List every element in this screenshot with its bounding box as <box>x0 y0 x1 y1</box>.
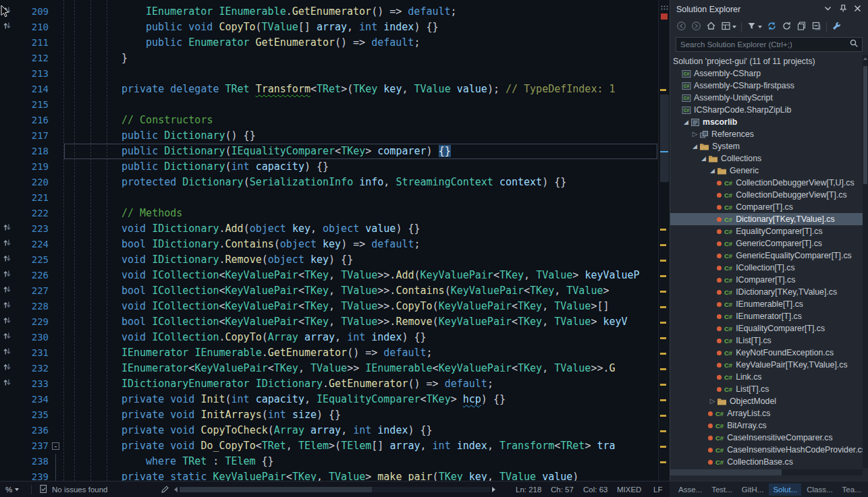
document-health-indicator[interactable]: No issues found <box>39 481 107 497</box>
fold-margin[interactable] <box>49 268 65 283</box>
code-text[interactable]: // Methods <box>65 206 658 221</box>
status-character[interactable]: Ch: 57 <box>551 481 574 497</box>
tree-item-assembly-csharp[interactable]: C#Assembly-CSharp <box>670 67 863 80</box>
gutter-icon-cell[interactable] <box>0 175 18 190</box>
line-number[interactable]: 224 <box>18 237 49 252</box>
code-line[interactable]: 215 <box>0 97 658 113</box>
tree-item-ienumerable-t-cs[interactable]: C#IEnumerable[T].cs <box>670 298 863 310</box>
fold-margin[interactable] <box>49 113 65 128</box>
fold-margin[interactable] <box>49 144 65 159</box>
gutter-icon-cell[interactable] <box>0 330 18 345</box>
fold-margin[interactable] <box>49 314 65 330</box>
code-line[interactable]: 233IDictionaryEnumerator IDictionary.Get… <box>0 376 658 392</box>
pen-button[interactable] <box>161 481 169 497</box>
collapse-arrow-icon[interactable]: ◢ <box>708 165 717 177</box>
tree-item-equalitycomparer-t-cs[interactable]: C#EqualityComparer[T].cs <box>670 225 863 237</box>
gutter-icon-cell[interactable] <box>0 283 18 299</box>
line-number[interactable]: 233 <box>18 376 49 392</box>
fold-margin[interactable] <box>49 376 65 392</box>
line-number[interactable]: 221 <box>18 190 49 206</box>
code-text[interactable]: void ICollection.CopyTo(Array array, int… <box>65 330 658 345</box>
code-text[interactable]: void ICollection<KeyValuePair<TKey, TVal… <box>65 299 658 314</box>
gutter-icon-cell[interactable] <box>0 159 18 175</box>
implements-icon[interactable] <box>3 268 11 283</box>
scroll-right-icon[interactable] <box>492 487 495 492</box>
gutter-icon-cell[interactable] <box>0 190 18 206</box>
gutter-icon-cell[interactable] <box>0 237 18 252</box>
fold-margin[interactable]: - <box>49 438 65 454</box>
gutter-icon-cell[interactable] <box>0 51 18 66</box>
line-number[interactable]: 215 <box>18 97 49 113</box>
line-number[interactable]: 220 <box>18 175 49 190</box>
fold-margin[interactable] <box>49 4 65 20</box>
line-number[interactable]: 226 <box>18 268 49 283</box>
tree-item-mscorlib[interactable]: ◢mscorlib <box>670 116 863 128</box>
line-number[interactable]: 213 <box>18 66 49 82</box>
expand-arrow-icon[interactable]: ▷ <box>708 395 717 407</box>
fold-margin[interactable] <box>49 20 65 35</box>
line-number[interactable]: 230 <box>18 330 49 345</box>
panel-tab-tea[interactable]: Tea... <box>838 484 865 496</box>
tree-item-assembly-unityscript[interactable]: C#Assembly-UnityScript <box>670 92 863 104</box>
collapse-arrow-icon[interactable]: ◢ <box>690 140 699 152</box>
code-text[interactable]: IEnumerator<KeyValuePair<TKey, TValue>> … <box>65 361 658 376</box>
code-line[interactable]: 228void ICollection<KeyValuePair<TKey, T… <box>0 299 658 314</box>
panel-tab-gith[interactable]: GitH... <box>738 484 768 496</box>
collapse-arrow-icon[interactable]: ◢ <box>682 116 690 128</box>
code-line[interactable]: 211public Enumerator GetEnumerator() => … <box>0 35 658 51</box>
code-text[interactable]: public void CopyTo(TValue[] array, int i… <box>65 20 658 35</box>
line-number[interactable]: 227 <box>18 283 49 299</box>
code-text[interactable] <box>65 190 658 206</box>
code-line[interactable]: 237-private void Do_CopyTo<TRet, TElem>(… <box>0 438 658 454</box>
gutter-icon-cell[interactable] <box>0 268 18 283</box>
tree-scrollbar-thumb[interactable] <box>863 66 867 184</box>
line-number[interactable]: 232 <box>18 361 49 376</box>
line-number[interactable]: 216 <box>18 113 49 128</box>
line-number[interactable]: 209 <box>18 4 49 20</box>
tree-item-iequalitycomparer-t-cs[interactable]: C#IEqualityComparer[T].cs <box>670 322 863 334</box>
tree-item-ilist-t-cs[interactable]: C#IList[T].cs <box>670 334 863 347</box>
tree-item-list-t-cs[interactable]: C#List[T].cs <box>670 383 863 395</box>
code-line[interactable]: 214private delegate TRet Transform<TRet>… <box>0 82 658 97</box>
line-number[interactable]: 239 <box>18 469 49 481</box>
line-number[interactable]: 237 <box>18 438 49 454</box>
fold-margin[interactable] <box>49 392 65 407</box>
code-line[interactable]: 227bool ICollection<KeyValuePair<TKey, T… <box>0 283 658 299</box>
fold-margin[interactable] <box>49 51 65 66</box>
code-text[interactable]: public Dictionary(IEqualityComparer<TKey… <box>65 144 658 159</box>
line-number[interactable]: 211 <box>18 35 49 51</box>
gutter-icon-cell[interactable] <box>0 314 18 330</box>
code-text[interactable] <box>65 66 658 82</box>
code-text[interactable]: IEnumerator IEnumerable.GetEnumerator() … <box>65 345 658 361</box>
implements-icon[interactable] <box>3 361 11 376</box>
gutter-icon-cell[interactable] <box>0 407 18 423</box>
scrollbar-thumb[interactable] <box>660 94 669 182</box>
fold-margin[interactable] <box>49 175 65 190</box>
gutter-icon-cell[interactable] <box>0 144 18 159</box>
implements-icon[interactable] <box>3 237 11 252</box>
tree-item-icollection-t-cs[interactable]: C#ICollection[T].cs <box>670 262 863 274</box>
code-line[interactable]: 234private void Init(int capacity, IEqua… <box>0 392 658 407</box>
split-editor-handle[interactable] <box>660 1 669 13</box>
fold-margin[interactable] <box>49 190 65 206</box>
collapse-all-button[interactable] <box>811 21 821 34</box>
line-number[interactable]: 217 <box>18 128 49 144</box>
code-text[interactable]: IEnumerator IEnumerable.GetEnumerator() … <box>65 4 658 20</box>
code-text[interactable]: protected Dictionary(SerializationInfo i… <box>65 175 658 190</box>
gutter-icon-cell[interactable] <box>0 20 18 35</box>
code-text[interactable]: void IDictionary.Add(object key, object … <box>65 221 658 237</box>
code-text[interactable]: } <box>65 51 658 66</box>
code-text[interactable]: public Enumerator GetEnumerator() => def… <box>65 35 658 51</box>
gutter-icon-cell[interactable] <box>0 376 18 392</box>
home-button[interactable] <box>706 21 716 34</box>
status-line-ending[interactable]: LF <box>653 481 662 497</box>
code-line[interactable]: 213 <box>0 66 658 82</box>
code-text[interactable]: private void Init(int capacity, IEqualit… <box>65 392 658 407</box>
tree-item-arraylist-cs[interactable]: C#ArrayList.cs <box>670 407 863 419</box>
tree-item-dictionary-tkey-tvalue-cs[interactable]: C#Dictionary[TKey,TValue].cs <box>670 213 863 225</box>
tree-item-caseinsensitivecomparer-cs[interactable]: C#CaseInsensitiveComparer.cs <box>670 432 863 444</box>
code-line[interactable]: 239private static KeyValuePair<TKey, TVa… <box>0 469 658 481</box>
gutter-icon-cell[interactable] <box>0 82 18 97</box>
fold-margin[interactable] <box>49 469 65 481</box>
filter-button[interactable] <box>747 21 762 34</box>
